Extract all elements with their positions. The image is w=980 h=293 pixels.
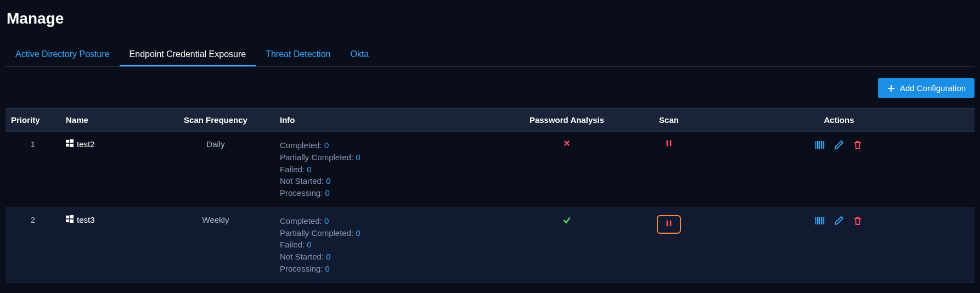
col-freq: Scan Frequency xyxy=(157,109,274,132)
cell-scan xyxy=(634,207,703,283)
cell-password-analysis xyxy=(499,132,634,207)
svg-rect-14 xyxy=(66,216,69,218)
cell-actions xyxy=(703,132,975,207)
col-name: Name xyxy=(60,109,157,132)
pause-scan-button[interactable] xyxy=(665,139,673,149)
svg-rect-2 xyxy=(66,140,69,143)
delete-icon[interactable] xyxy=(852,215,863,226)
svg-rect-21 xyxy=(817,217,819,224)
cell-name: test3 xyxy=(60,207,157,283)
windows-icon xyxy=(66,215,74,224)
cell-priority: 2 xyxy=(5,207,60,283)
add-configuration-button[interactable]: Add Configuration xyxy=(878,78,975,98)
svg-rect-9 xyxy=(817,141,819,149)
svg-rect-12 xyxy=(823,141,824,149)
svg-rect-10 xyxy=(819,141,820,149)
svg-rect-16 xyxy=(66,219,69,222)
check-icon xyxy=(562,217,572,227)
pause-icon xyxy=(665,139,673,149)
tab-endpoint-credential-exposure[interactable]: Endpoint Credential Exposure xyxy=(120,44,256,66)
pause-icon xyxy=(665,219,673,229)
info-failed: Failed: 0 xyxy=(280,164,494,176)
info-not-started: Not Started: 0 xyxy=(280,175,494,187)
tab-active-directory-posture[interactable]: Active Directory Posture xyxy=(5,44,120,66)
svg-rect-4 xyxy=(66,144,69,146)
plus-icon xyxy=(887,84,895,93)
col-scan: Scan xyxy=(634,109,703,132)
col-priority: Priority xyxy=(5,109,60,132)
config-name: test3 xyxy=(77,215,95,224)
cell-scan xyxy=(634,132,703,207)
cell-actions xyxy=(703,207,975,283)
tabs-bar: Active Directory Posture Endpoint Creden… xyxy=(5,44,975,67)
barcode-icon[interactable] xyxy=(815,139,826,150)
svg-rect-24 xyxy=(823,217,824,224)
tab-okta[interactable]: Okta xyxy=(340,44,379,66)
svg-rect-3 xyxy=(70,139,74,143)
cell-name: test2 xyxy=(60,132,157,207)
svg-rect-7 xyxy=(670,140,672,146)
tab-threat-detection[interactable]: Threat Detection xyxy=(256,44,340,66)
edit-icon[interactable] xyxy=(833,139,844,150)
svg-rect-18 xyxy=(667,221,668,227)
svg-rect-15 xyxy=(70,215,74,218)
cell-scan-frequency: Weekly xyxy=(157,207,274,283)
svg-rect-23 xyxy=(821,217,823,224)
svg-rect-17 xyxy=(70,219,74,223)
table-header-row: Priority Name Scan Frequency Info Passwo… xyxy=(5,109,975,132)
add-configuration-label: Add Configuration xyxy=(900,83,966,93)
x-icon xyxy=(563,139,571,149)
col-pass: Password Analysis xyxy=(499,109,634,132)
barcode-icon[interactable] xyxy=(815,215,826,226)
cell-scan-frequency: Daily xyxy=(157,132,274,207)
info-failed: Failed: 0 xyxy=(280,239,494,251)
cell-password-analysis xyxy=(499,207,634,283)
delete-icon[interactable] xyxy=(852,139,863,150)
svg-rect-5 xyxy=(70,144,74,147)
edit-icon[interactable] xyxy=(833,215,844,226)
svg-rect-13 xyxy=(825,141,825,149)
cell-info: Completed: 0Partially Completed: 0Failed… xyxy=(274,132,499,207)
info-partially-completed: Partially Completed: 0 xyxy=(280,151,494,164)
svg-rect-20 xyxy=(815,217,816,224)
info-processing: Processing: 0 xyxy=(280,187,494,199)
info-completed: Completed: 0 xyxy=(280,139,494,151)
windows-icon xyxy=(66,139,74,149)
toolbar: Add Configuration xyxy=(5,78,975,98)
cell-priority: 1 xyxy=(5,132,60,207)
svg-rect-6 xyxy=(667,140,668,146)
svg-rect-25 xyxy=(825,217,825,224)
svg-rect-11 xyxy=(821,141,823,149)
svg-rect-8 xyxy=(815,141,816,149)
config-name: test2 xyxy=(77,139,95,149)
info-completed: Completed: 0 xyxy=(280,215,494,227)
svg-rect-19 xyxy=(670,221,672,227)
config-table: Priority Name Scan Frequency Info Passwo… xyxy=(5,108,975,283)
page-title: Manage xyxy=(7,10,975,27)
col-info: Info xyxy=(274,109,499,132)
cell-info: Completed: 0Partially Completed: 0Failed… xyxy=(274,207,499,283)
info-not-started: Not Started: 0 xyxy=(280,251,494,263)
table-row: 1test2DailyCompleted: 0Partially Complet… xyxy=(5,132,975,207)
info-processing: Processing: 0 xyxy=(280,263,494,275)
svg-rect-22 xyxy=(819,217,820,224)
col-actions: Actions xyxy=(703,109,975,132)
info-partially-completed: Partially Completed: 0 xyxy=(280,227,494,239)
table-row: 2test3WeeklyCompleted: 0Partially Comple… xyxy=(5,207,975,283)
pause-scan-button[interactable] xyxy=(657,215,681,234)
